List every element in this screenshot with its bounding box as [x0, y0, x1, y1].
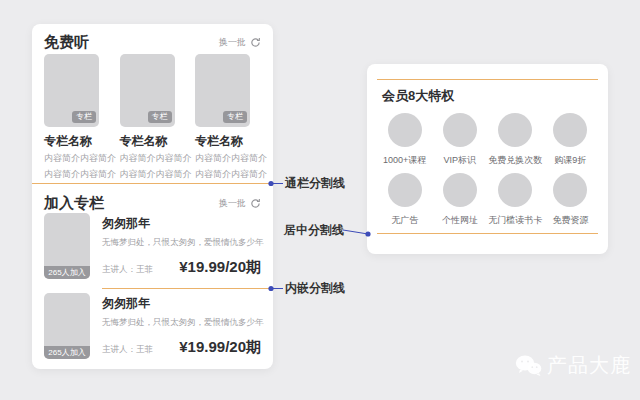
perk-icon-placeholder [443, 113, 477, 147]
connector-line-centered [343, 230, 368, 234]
inset-divider [102, 288, 273, 289]
perk-item[interactable]: 免费兑换次数 [488, 113, 543, 167]
join-column-header: 加入专栏 换一批 [44, 193, 261, 213]
annotation-inset-divider: 内嵌分割线 [285, 282, 345, 295]
column-cover-placeholder: 专栏 [120, 54, 175, 127]
course-title: 匆匆那年 [102, 216, 261, 230]
course-list-item[interactable]: 265人加入 匆匆那年 无悔梦归处，只恨太匆匆，爱恨情仇多少年 主讲人：王菲 ¥… [44, 213, 261, 279]
column-card[interactable]: 专栏 专栏名称 内容简介内容简介 内容简介内容简介 [44, 54, 110, 181]
full-width-divider [32, 183, 273, 184]
perk-grid: 1000+课程 VIP标识 免费兑换次数 购课9折 无广告 个性网址 无门槛读书… [377, 113, 598, 227]
course-title: 匆匆那年 [102, 296, 261, 310]
course-lecturer: 主讲人：王菲 [102, 344, 153, 356]
centered-divider-top [377, 79, 598, 80]
column-desc-line2: 内容简介内容简介 [195, 167, 261, 181]
annotation-full-width-divider: 通栏分割线 [285, 177, 345, 190]
column-card[interactable]: 专栏 专栏名称 内容简介内容简介 内容简介内容简介 [195, 54, 261, 181]
free-listen-title: 免费听 [44, 33, 89, 52]
centered-divider-bottom [377, 233, 598, 234]
refresh-label: 换一批 [219, 36, 246, 49]
perk-item[interactable]: 无广告 [377, 173, 432, 227]
joined-count-badge: 265人加入 [44, 346, 90, 359]
column-desc-line1: 内容简介内容简介 [44, 151, 110, 165]
column-cover-placeholder: 专栏 [44, 54, 99, 127]
perk-icon-placeholder [553, 113, 587, 147]
course-desc: 无悔梦归处，只恨太匆匆，爱恨情仇多少年 [102, 317, 261, 329]
perk-label: 1000+课程 [383, 154, 426, 167]
course-meta-row: 主讲人：王菲 ¥19.99/20期 [102, 258, 261, 279]
perk-item[interactable]: VIP标识 [432, 113, 487, 167]
perk-label: 免费兑换次数 [488, 154, 542, 167]
course-price: ¥19.99/20期 [179, 258, 261, 277]
joined-count-badge: 265人加入 [44, 266, 90, 279]
column-cover-placeholder: 专栏 [195, 54, 250, 127]
course-price: ¥19.99/20期 [179, 338, 261, 357]
membership-card: 会员8大特权 1000+课程 VIP标识 免费兑换次数 购课9折 无广告 个性网… [367, 64, 608, 254]
column-desc-line2: 内容简介内容简介 [120, 167, 186, 181]
refresh-label: 换一批 [219, 197, 246, 210]
course-desc: 无悔梦归处，只恨太匆匆，爱恨情仇多少年 [102, 237, 261, 249]
perk-item[interactable]: 无门槛读书卡 [488, 173, 543, 227]
perk-label: VIP标识 [444, 154, 477, 167]
column-card-row: 专栏 专栏名称 内容简介内容简介 内容简介内容简介 专栏 专栏名称 内容简介内容… [44, 54, 261, 181]
perk-icon-placeholder [553, 173, 587, 207]
wechat-icon [515, 354, 542, 377]
perk-item[interactable]: 免费资源 [543, 173, 598, 227]
perk-label: 免费资源 [552, 214, 588, 227]
column-desc-line2: 内容简介内容简介 [44, 167, 110, 181]
watermark: 产品大鹿 [515, 352, 631, 379]
perk-icon-placeholder [388, 173, 422, 207]
perk-label: 个性网址 [442, 214, 478, 227]
course-lecturer: 主讲人：王菲 [102, 264, 153, 276]
free-listen-header: 免费听 换一批 [44, 32, 261, 52]
perk-icon-placeholder [498, 113, 532, 147]
column-title: 专栏名称 [195, 134, 261, 149]
course-cover-placeholder: 265人加入 [44, 213, 90, 279]
column-card[interactable]: 专栏 专栏名称 内容简介内容简介 内容简介内容简介 [120, 54, 186, 181]
join-column-refresh-button[interactable]: 换一批 [219, 197, 261, 210]
column-desc-line1: 内容简介内容简介 [195, 151, 261, 165]
perk-label: 购课9折 [554, 154, 586, 167]
column-type-badge: 专栏 [72, 111, 96, 123]
refresh-icon [250, 37, 261, 48]
perk-icon-placeholder [443, 173, 477, 207]
column-title: 专栏名称 [44, 134, 110, 149]
perk-icon-placeholder [388, 113, 422, 147]
free-listen-refresh-button[interactable]: 换一批 [219, 36, 261, 49]
join-column-title: 加入专栏 [44, 194, 104, 213]
column-title: 专栏名称 [120, 134, 186, 149]
perk-item[interactable]: 购课9折 [543, 113, 598, 167]
watermark-text: 产品大鹿 [547, 352, 631, 379]
perk-label: 无门槛读书卡 [488, 214, 542, 227]
perk-icon-placeholder [498, 173, 532, 207]
column-type-badge: 专栏 [148, 111, 172, 123]
refresh-icon [250, 198, 261, 209]
annotation-centered-divider: 居中分割线 [284, 224, 344, 237]
column-type-badge: 专栏 [223, 111, 247, 123]
perk-item[interactable]: 1000+课程 [377, 113, 432, 167]
course-info: 匆匆那年 无悔梦归处，只恨太匆匆，爱恨情仇多少年 主讲人：王菲 ¥19.99/2… [102, 213, 261, 279]
content-card: 免费听 换一批 专栏 专栏名称 内容简介内容简介 内容简介内容简介 专栏 专栏名… [32, 24, 273, 369]
membership-title: 会员8大特权 [382, 87, 593, 105]
course-cover-placeholder: 265人加入 [44, 293, 90, 359]
course-info: 匆匆那年 无悔梦归处，只恨太匆匆，爱恨情仇多少年 主讲人：王菲 ¥19.99/2… [102, 293, 261, 359]
perk-label: 无广告 [391, 214, 418, 227]
perk-item[interactable]: 个性网址 [432, 173, 487, 227]
course-list-item[interactable]: 265人加入 匆匆那年 无悔梦归处，只恨太匆匆，爱恨情仇多少年 主讲人：王菲 ¥… [44, 293, 261, 359]
column-desc-line1: 内容简介内容简介 [120, 151, 186, 165]
course-meta-row: 主讲人：王菲 ¥19.99/20期 [102, 338, 261, 359]
